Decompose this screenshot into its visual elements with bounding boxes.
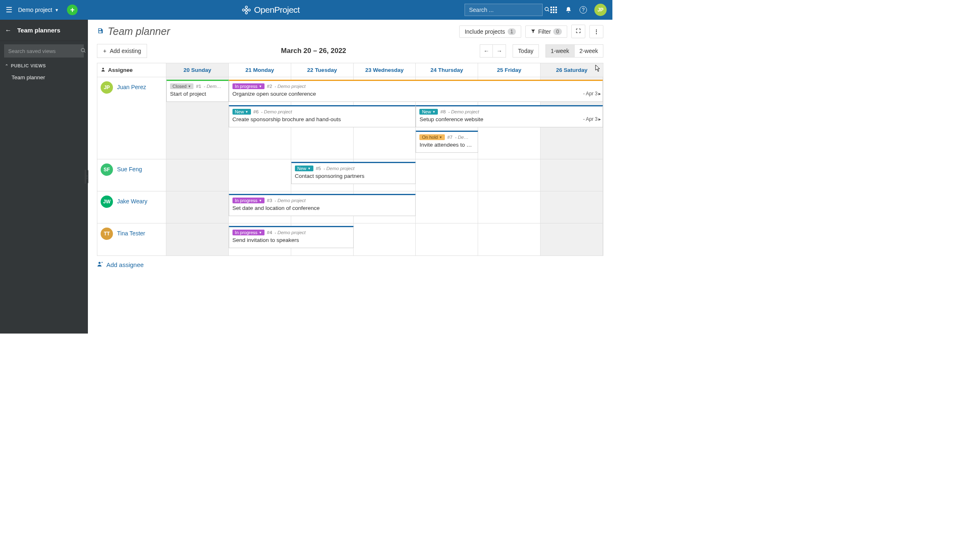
filter-label: Filter <box>538 28 551 35</box>
sidebar-section-public-views[interactable]: ⌃ PUBLIC VIEWS <box>0 62 88 71</box>
status-badge[interactable]: In progress▼ <box>232 83 265 89</box>
assignee-name-link[interactable]: Jake Weary <box>117 196 147 205</box>
view-2week-button[interactable]: 2-week <box>574 45 603 57</box>
wp-title: Contact sponsoring partners <box>295 173 412 179</box>
include-projects-count: 1 <box>508 28 516 35</box>
wp-title: Set date and location of conference <box>232 205 412 211</box>
include-projects-button[interactable]: Include projects 1 <box>459 25 521 38</box>
next-week-button[interactable]: → <box>493 44 506 58</box>
help-icon[interactable]: ? <box>580 6 587 14</box>
wp-id: #7 <box>447 135 453 140</box>
status-badge[interactable]: On hold▼ <box>419 134 444 140</box>
global-add-button[interactable]: + <box>67 5 78 15</box>
wp-card-7[interactable]: On hold▼ #7 - De… Invite attendees to … <box>416 131 478 153</box>
wp-project: - Demo project <box>275 230 306 235</box>
back-icon[interactable]: ← <box>5 27 12 34</box>
assignee-row-juan-perez: JP Juan Perez Closed▼ #1 - Dem… Start of… <box>97 77 603 159</box>
day-header-fri: 25 Friday <box>478 63 541 77</box>
svg-point-5 <box>99 262 101 264</box>
sidebar-search[interactable] <box>4 44 84 58</box>
view-1week-button[interactable]: 1-week <box>546 45 574 57</box>
assignee-name-link[interactable]: Tina Tester <box>117 228 145 237</box>
avatar: JW <box>101 196 113 208</box>
wp-card-6[interactable]: New▼ #6 - Demo project Create sponsorshi… <box>229 105 416 127</box>
chevron-right-icon: ▸ <box>598 91 601 97</box>
status-badge[interactable]: New▼ <box>232 109 251 115</box>
planner-grid: Assignee 20 Sunday 21 Monday 22 Tuesday … <box>97 63 603 256</box>
assignee-cell: TT Tina Tester <box>97 223 166 255</box>
global-search-input[interactable] <box>469 7 541 13</box>
status-badge[interactable]: Closed▼ <box>170 83 193 89</box>
view-toggle: 1-week 2-week <box>545 44 603 58</box>
wp-card-1[interactable]: Closed▼ #1 - Dem… Start of project <box>166 80 229 102</box>
wp-card-3[interactable]: In progress▼ #3 - Demo project Set date … <box>229 194 416 216</box>
prev-week-button[interactable]: ← <box>480 44 493 58</box>
add-assignee-label: Add assignee <box>106 261 144 268</box>
filter-button[interactable]: Filter 0 <box>525 25 567 38</box>
svg-point-0 <box>545 7 548 10</box>
wp-title: Organize open source conference <box>232 91 599 97</box>
global-search[interactable] <box>465 4 543 16</box>
status-badge[interactable]: In progress▼ <box>232 198 265 203</box>
wp-title: Send invitation to speakers <box>232 237 350 243</box>
project-name: Demo project <box>18 7 52 13</box>
svg-line-3 <box>84 51 85 52</box>
svg-line-1 <box>548 10 549 11</box>
status-badge[interactable]: New▼ <box>419 109 438 115</box>
fullscreen-button[interactable] <box>571 25 585 38</box>
status-badge[interactable]: New▼ <box>295 166 313 171</box>
logo-text: OpenOpenProjectProject <box>254 5 299 15</box>
today-button[interactable]: Today <box>513 44 538 58</box>
menu-toggle-icon[interactable]: ☰ <box>6 5 12 14</box>
top-bar: ☰ Demo project ▼ + ⌘ OpenOpenProjectProj… <box>0 0 612 20</box>
add-existing-label: Add existing <box>110 48 141 54</box>
include-projects-label: Include projects <box>465 28 505 35</box>
assignee-cell: SF Sue Feng <box>97 159 166 191</box>
add-assignee-button[interactable]: Add assignee <box>88 256 612 273</box>
status-badge[interactable]: In progress▼ <box>232 230 265 235</box>
sidebar-search-input[interactable] <box>8 48 77 54</box>
modules-icon[interactable] <box>550 6 557 14</box>
sidebar-item-team-planner[interactable]: Team planner <box>0 71 88 84</box>
assignee-name-link[interactable]: Juan Perez <box>117 81 146 90</box>
svg-point-2 <box>81 48 85 51</box>
wp-card-4[interactable]: In progress▼ #4 - Demo project Send invi… <box>229 226 354 248</box>
wp-project: - Demo project <box>323 166 354 171</box>
toolbar: + Add existing March 20 – 26, 2022 ← → T… <box>88 40 612 61</box>
add-existing-button[interactable]: + Add existing <box>97 44 147 58</box>
user-avatar[interactable]: JP <box>594 4 607 16</box>
wp-project: - Demo project <box>275 198 306 203</box>
wp-project: - De… <box>455 135 469 140</box>
top-right: ? JP <box>465 4 607 16</box>
assignee-row-jake-weary: JW Jake Weary In progress▼ #3 - Demo pro… <box>97 191 603 223</box>
project-selector[interactable]: Demo project ▼ <box>18 7 59 13</box>
assignee-row-tina-tester: TT Tina Tester In progress▼ #4 - Demo pr… <box>97 223 603 255</box>
week-nav: ← → <box>480 44 506 58</box>
wp-title: Create sponsorship brochure and hand-out… <box>232 116 412 122</box>
continues-right: - Apr 3 ▸ <box>583 116 601 122</box>
planner-header-row: Assignee 20 Sunday 21 Monday 22 Tuesday … <box>97 63 603 77</box>
notifications-icon[interactable] <box>565 6 572 14</box>
assignee-name-link[interactable]: Sue Feng <box>117 163 142 173</box>
save-icon[interactable] <box>97 28 104 36</box>
search-icon <box>81 48 86 55</box>
wp-card-5[interactable]: New▼ #5 - Demo project Contact sponsorin… <box>291 162 416 184</box>
wp-id: #4 <box>267 230 272 235</box>
avatar: TT <box>101 228 113 240</box>
wp-id: #2 <box>267 84 272 89</box>
wp-card-2[interactable]: In progress▼ #2 - Demo project Organize … <box>229 80 603 102</box>
assignee-cell: JW Jake Weary <box>97 191 166 223</box>
assignee-row-sue-feng: SF Sue Feng New▼ #5 - Demo project Conta… <box>97 159 603 191</box>
wp-id: #1 <box>196 84 201 89</box>
day-header-sun: 20 Sunday <box>166 63 229 77</box>
wp-id: #5 <box>316 166 321 171</box>
sidebar-resize-handle[interactable]: ⋮ <box>85 170 88 184</box>
page-title: Team planner <box>108 25 170 37</box>
more-menu-button[interactable]: ⋮ <box>589 25 603 38</box>
add-person-icon <box>97 261 103 268</box>
wp-card-8[interactable]: New▼ #8 - Demo project Setup conference … <box>416 105 603 127</box>
assignee-column-header: Assignee <box>97 63 166 77</box>
wp-project: - Demo project <box>448 109 479 114</box>
wp-id: #6 <box>253 109 259 114</box>
day-header-thu: 24 Thursday <box>416 63 478 77</box>
